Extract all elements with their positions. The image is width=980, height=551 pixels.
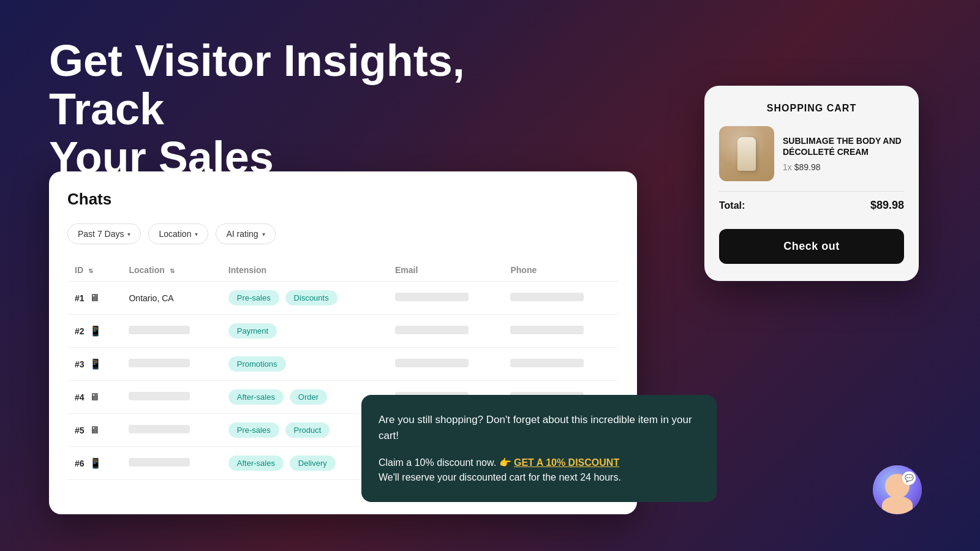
discount-link[interactable]: GET A 10% DISCOUNT: [514, 457, 619, 468]
row-number: #2: [75, 326, 85, 336]
location-blur: [129, 359, 190, 367]
tag-presales: Pre-sales: [228, 290, 279, 305]
col-intension: Intension: [221, 259, 388, 282]
row-id: #5 🖥: [75, 425, 114, 436]
table-row: #2 📱 Payment: [67, 315, 619, 348]
row-number: #1: [75, 293, 85, 303]
filter-airating-label: AI rating: [226, 229, 258, 239]
phone-icon: 📱: [89, 358, 102, 370]
sort-icon: ⇅: [88, 268, 93, 274]
hero-line2: Your Sales: [49, 133, 274, 182]
chat-bubble-text2: Claim a 10% discount now. 👉 GET A 10% DI…: [379, 455, 699, 485]
col-phone: Phone: [503, 259, 619, 282]
phone-icon: 📱: [89, 325, 102, 337]
row-tags: Payment: [221, 315, 388, 348]
product-shape: [737, 137, 756, 171]
chat-bubble-line2-prefix: Claim a 10% discount now. 👉: [379, 457, 511, 468]
filter-airating-btn[interactable]: AI rating ▾: [216, 223, 275, 244]
cart-price: $89.98: [794, 162, 821, 172]
col-id: ID ⇅: [67, 259, 121, 282]
checkout-button[interactable]: Check out: [719, 229, 904, 264]
table-row: #1 🖥 Ontario, CA Pre-sales Discounts: [67, 282, 619, 315]
row-tags: Promotions: [221, 348, 388, 381]
location-blur: [129, 425, 190, 433]
table-row: #3 📱 Promotions: [67, 348, 619, 381]
row-id: #3 📱: [75, 358, 114, 370]
row-number: #6: [75, 459, 85, 468]
chat-bubble-line3: We'll reserve your discounted cart for t…: [379, 472, 621, 482]
row-location: Ontario, CA: [121, 282, 221, 315]
tag-order: Order: [290, 389, 327, 405]
chevron-down-icon: ▾: [127, 231, 130, 238]
chevron-down-icon: ▾: [262, 231, 265, 238]
filter-period-btn[interactable]: Past 7 Days ▾: [67, 223, 141, 244]
phone-blur: [510, 326, 584, 334]
tag-promotions: Promotions: [228, 356, 286, 372]
cart-total-price: $89.98: [870, 199, 904, 212]
row-number: #4: [75, 392, 85, 402]
tag-aftersales: After-sales: [228, 389, 284, 405]
hero-line1: Get Visitor Insights, Track: [49, 36, 465, 133]
row-id: #6 📱: [75, 457, 114, 469]
location-blur: [129, 458, 190, 467]
chat-bubble-line1: Are you still shopping? Don't forget abo…: [379, 412, 699, 443]
location-blur: [129, 392, 190, 400]
chevron-down-icon: ▾: [195, 231, 198, 238]
filter-period-label: Past 7 Days: [78, 229, 124, 239]
monitor-icon: 🖥: [89, 293, 99, 304]
avatar-bubble: [873, 465, 922, 514]
avatar-body: [882, 496, 913, 514]
tag-presales: Pre-sales: [228, 422, 279, 438]
filter-location-btn[interactable]: Location ▾: [148, 223, 208, 244]
monitor-icon: 🖥: [89, 392, 99, 403]
row-tags: Pre-sales Discounts: [221, 282, 388, 315]
cart-title: SHOPPING CART: [719, 103, 904, 114]
phone-blur: [510, 359, 584, 367]
location-blur: [129, 326, 190, 334]
shopping-cart-panel: SHOPPING CART SUBLIMAGE THE BODY AND DÉC…: [704, 86, 919, 281]
chat-bubble: Are you still shopping? Don't forget abo…: [361, 395, 717, 502]
cart-item: SUBLIMAGE THE BODY AND DÉCOLLETÉ CREAM 1…: [719, 126, 904, 181]
cart-item-price: 1x $89.98: [783, 162, 904, 172]
row-number: #3: [75, 359, 85, 369]
cart-total-label: Total:: [719, 200, 745, 211]
tag-delivery: Delivery: [290, 455, 336, 471]
speech-bubble-icon: [902, 471, 916, 485]
row-id: #4 🖥: [75, 392, 114, 403]
cart-item-image: [719, 126, 774, 181]
email-blur: [395, 359, 469, 367]
chats-title: Chats: [67, 190, 619, 209]
col-location: Location ⇅: [121, 259, 221, 282]
email-blur: [395, 293, 469, 301]
cart-item-name: SUBLIMAGE THE BODY AND DÉCOLLETÉ CREAM: [783, 135, 904, 157]
phone-blur: [510, 293, 584, 301]
hero-section: Get Visitor Insights, Track Your Sales: [49, 37, 551, 182]
tag-payment: Payment: [228, 323, 277, 339]
tag-aftersales: After-sales: [228, 455, 284, 471]
row-number: #5: [75, 425, 85, 435]
tag-discounts: Discounts: [285, 290, 337, 305]
filter-row: Past 7 Days ▾ Location ▾ AI rating ▾: [67, 223, 619, 244]
email-blur: [395, 326, 469, 334]
cart-item-info: SUBLIMAGE THE BODY AND DÉCOLLETÉ CREAM 1…: [783, 135, 904, 172]
row-id: #2 📱: [75, 325, 114, 337]
cart-quantity: 1x: [783, 162, 792, 172]
phone-icon: 📱: [89, 457, 102, 469]
avatar-inner: [873, 465, 922, 514]
sort-icon: ⇅: [170, 268, 175, 274]
monitor-icon: 🖥: [89, 425, 99, 436]
cart-total: Total: $89.98: [719, 191, 904, 219]
filter-location-label: Location: [159, 229, 191, 239]
row-id: #1 🖥: [75, 293, 114, 304]
tag-product: Product: [285, 422, 330, 438]
col-email: Email: [388, 259, 503, 282]
